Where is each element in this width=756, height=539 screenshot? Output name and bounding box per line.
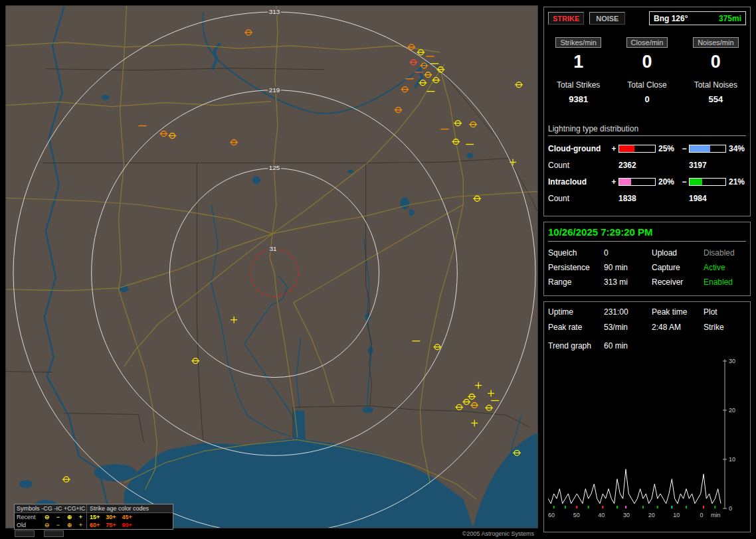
ic-neg-count: 1984 [689, 194, 726, 203]
cg-neg-pct: 34% [726, 144, 751, 153]
svg-text:30: 30 [729, 358, 735, 364]
bearing-distance: 375mi [719, 14, 741, 23]
capture-status: Active [704, 263, 746, 272]
range-label: Range [548, 277, 604, 287]
bearing-value: Bng 126° [654, 14, 688, 23]
symbol-legend: Symbols -CG -IC +CG +IC Strike age color… [14, 504, 173, 530]
trend-window-value: 60 min [604, 341, 746, 350]
bar-fill [619, 145, 634, 152]
ic-neg-old-icon: − [52, 521, 64, 529]
cg-pos-old-icon: ⊕ [64, 521, 75, 529]
smith-lake [252, 176, 260, 184]
close-per-min-value: 0 [642, 52, 652, 72]
bearing-readout: Bng 126° 375mi [649, 11, 746, 25]
cg-neg-icon: ⊖ [41, 513, 52, 521]
svg-text:min: min [711, 512, 721, 518]
plot-label: Plot [704, 307, 746, 317]
persistence-value: 90 min [604, 263, 652, 272]
svg-text:50: 50 [573, 512, 580, 518]
bar-fill [690, 179, 702, 185]
distribution-title: Lightning type distribution [548, 124, 746, 136]
lightning-map[interactable]: 313 219 125 31 [6, 6, 537, 528]
legend-old-label: Old [15, 521, 41, 529]
legend-age-title: Strike age color codes [86, 504, 173, 512]
receiver-label: Receiver [652, 277, 704, 287]
strikes-per-min-header[interactable]: Strikes/min [555, 37, 601, 48]
bar-fill [690, 145, 710, 152]
lake-martin [401, 197, 410, 209]
trend-trace-layer [548, 469, 721, 508]
trend-panel: Uptime 231:00 Peak time Plot Peak rate 5… [543, 301, 751, 532]
strike-mode-button[interactable]: STRIKE [548, 12, 584, 25]
taskbar-item-2[interactable] [44, 530, 64, 537]
noises-per-min-value: 0 [711, 52, 721, 72]
lake-seminole [363, 406, 373, 413]
range-value: 313 mi [604, 277, 652, 287]
receiver-status: Enabled [704, 277, 746, 287]
total-strikes-value: 9381 [569, 94, 588, 104]
intracloud-label: Intracloud [548, 177, 609, 187]
peak-time-label: Peak time [652, 307, 704, 317]
peak-rate-label: Peak rate [548, 323, 604, 332]
ic-neg-icon: − [52, 513, 64, 521]
ic-pos-pct: 20% [656, 177, 680, 187]
svg-text:20: 20 [648, 512, 655, 518]
cg-neg-bar [689, 145, 726, 153]
trend-graph-label: Trend graph [548, 341, 604, 350]
svg-text:40: 40 [598, 512, 605, 518]
upload-status: Disabled [704, 248, 746, 258]
status-panel: 10/26/2025 7:29:20 PM Squelch 0 Upload D… [543, 222, 751, 296]
svg-text:0: 0 [700, 512, 703, 518]
cg-pos-bar [618, 145, 656, 153]
persistence-label: Persistence [548, 263, 604, 272]
bar-fill [619, 179, 631, 185]
svg-text:10: 10 [673, 512, 680, 518]
ic-pos-old-icon: + [75, 521, 86, 529]
distribution-table: Cloud-ground + 25% − 34% Count 2362 3197… [548, 140, 746, 206]
strike-stats-panel: STRIKE NOISE Bng 126° 375mi Strikes/min … [543, 7, 751, 216]
ic-neg-pct: 21% [726, 177, 751, 187]
ic-pos-bar [618, 178, 656, 186]
svg-text:10: 10 [729, 456, 735, 463]
upload-label: Upload [652, 248, 704, 258]
noise-mode-button[interactable]: NOISE [589, 12, 625, 25]
total-close-value: 0 [644, 94, 649, 104]
strikes-per-min-value: 1 [573, 52, 583, 72]
total-noises-label: Total Noises [694, 80, 737, 90]
total-strikes-label: Total Strikes [557, 80, 600, 90]
svg-text:0: 0 [729, 505, 732, 512]
ic-neg-bar [689, 178, 726, 186]
plot-mode-value: Strike [704, 323, 746, 332]
total-close-label: Total Close [627, 80, 666, 90]
svg-text:20: 20 [729, 407, 735, 414]
ring-label-31: 31 [269, 245, 277, 252]
ic-pos-icon: + [75, 513, 86, 521]
map-area: 313 219 125 31 Symbols -CG -IC +CG +IC S… [5, 5, 538, 528]
peak-time-value: 2:48 AM [652, 323, 704, 332]
cloud-ground-label: Cloud-ground [548, 144, 609, 153]
squelch-value: 0 [604, 248, 652, 258]
peak-rate-value: 53/min [604, 323, 652, 332]
cg-neg-count: 3197 [689, 161, 726, 170]
datetime-display: 10/26/2025 7:29:20 PM [548, 226, 746, 242]
legend-recent-label: Recent [15, 513, 41, 521]
ring-label-125: 125 [269, 164, 280, 171]
copyright-text: ©2005 Astrogenic Systems [462, 530, 534, 537]
uptime-value: 231:00 [604, 307, 652, 317]
taskbar-item-1[interactable] [15, 530, 35, 537]
cg-pos-pct: 25% [656, 144, 680, 153]
ring-label-219: 219 [269, 86, 280, 94]
ring-label-313: 313 [269, 8, 280, 15]
close-per-min-header[interactable]: Close/min [626, 37, 668, 48]
legend-symbols-header: Symbols [15, 504, 41, 512]
uptime-label: Uptime [548, 307, 604, 317]
svg-text:30: 30 [623, 512, 630, 518]
capture-label: Capture [652, 263, 704, 272]
ic-pos-count: 1838 [618, 194, 656, 203]
cg-pos-count: 2362 [618, 161, 656, 170]
noises-per-min-header[interactable]: Noises/min [693, 37, 738, 48]
bottom-strip: ©2005 Astrogenic Systems [5, 530, 538, 538]
cg-pos-icon: ⊕ [64, 513, 75, 521]
svg-text:60: 60 [548, 512, 555, 518]
squelch-label: Squelch [548, 248, 604, 258]
